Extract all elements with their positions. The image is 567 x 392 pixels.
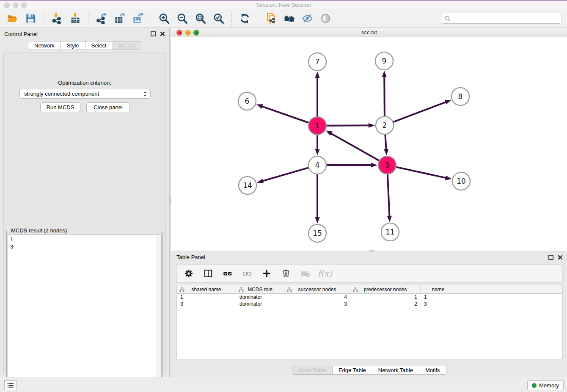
toolbar-separator	[88, 11, 88, 26]
graph-edge-1-6[interactable]	[256, 104, 309, 122]
graph-edge-2-3[interactable]	[384, 135, 388, 155]
table-cell[interactable]: 1	[350, 294, 421, 301]
home-button[interactable]	[282, 11, 296, 26]
graph-edge-4-3[interactable]	[327, 163, 377, 167]
graph-node-2[interactable]: 2	[376, 116, 394, 134]
graph-node-14[interactable]: 14	[239, 177, 256, 194]
column-header-predecessor-nodes[interactable]: predecessor nodes	[350, 285, 421, 294]
column-label: name	[432, 287, 444, 293]
save-session-button[interactable]	[24, 11, 38, 26]
edge-arrowhead	[257, 179, 264, 183]
tab-network-table[interactable]: Network Table	[372, 366, 419, 375]
graph-edge-4-15[interactable]	[315, 174, 319, 224]
graph-edge-1-2[interactable]	[327, 123, 375, 128]
edge-arrowhead	[382, 71, 387, 77]
zoom-in-button[interactable]	[157, 11, 171, 26]
column-header-successor-nodes[interactable]: successor nodes	[284, 285, 350, 294]
graph-node-11[interactable]: 11	[381, 223, 399, 241]
tab-node-table[interactable]: Node Table	[292, 366, 333, 375]
edge-arrowhead	[445, 175, 452, 180]
control-panel-close-button[interactable]	[160, 31, 165, 36]
criterion-select[interactable]: strongly connected component	[19, 89, 151, 99]
graph-node-6[interactable]: 6	[238, 92, 256, 110]
table-cell[interactable]: 1	[421, 294, 456, 301]
tab-motifs[interactable]: Motifs	[419, 366, 446, 375]
graph-edge-1-4[interactable]	[315, 135, 319, 155]
toolbar-separator	[151, 11, 151, 26]
graph-node-4[interactable]: 4	[308, 156, 326, 174]
graph-node-9[interactable]: 9	[375, 52, 393, 70]
table-cell[interactable]: dominator	[236, 294, 284, 301]
graph-node-label: 14	[243, 181, 252, 190]
duplicate-network-button[interactable]	[264, 11, 278, 26]
table-cell[interactable]: 4	[284, 294, 350, 301]
tab-edge-table[interactable]: Edge Table	[333, 366, 372, 375]
graph-node-label: 9	[382, 57, 387, 65]
graph-node-3[interactable]: 3	[378, 156, 396, 174]
control-panel-float-button[interactable]	[151, 31, 156, 36]
add-column-button[interactable]	[261, 268, 272, 279]
mcds-result-text[interactable]: 13	[8, 235, 162, 389]
graph-edge-3-11[interactable]	[387, 174, 392, 222]
graph-node-15[interactable]: 15	[308, 224, 326, 242]
table-cell[interactable]: 3	[177, 301, 236, 307]
graph-edge-1-7[interactable]	[315, 72, 319, 116]
export-table-button[interactable]	[113, 11, 127, 26]
run-mcds-button[interactable]: Run MCDS	[40, 102, 80, 112]
import-network-button[interactable]	[50, 11, 64, 26]
graph-node-10[interactable]: 10	[452, 172, 470, 190]
graph-edge-3-10[interactable]	[396, 167, 451, 180]
columns-button[interactable]	[203, 268, 213, 279]
control-panel-title: Control Panel	[4, 31, 38, 37]
graph-node-7[interactable]: 7	[308, 53, 326, 71]
result-scrollbar[interactable]	[156, 235, 161, 389]
graph-node-8[interactable]: 8	[451, 88, 469, 105]
delete-column-button[interactable]	[281, 268, 291, 279]
table-row[interactable]: 1dominator411	[177, 294, 562, 301]
tab-select[interactable]: Select	[85, 41, 113, 50]
table-toolbar: f(x)	[176, 264, 563, 283]
duplicate-network-icon	[265, 13, 277, 24]
add-column-icon	[262, 269, 271, 278]
column-header-shared-name[interactable]: shared name	[177, 285, 236, 294]
graph-edge-4-14[interactable]	[257, 168, 308, 183]
table-panel-close-button[interactable]	[558, 255, 563, 260]
deselect-all-button[interactable]	[242, 268, 252, 279]
column-header-name[interactable]: name	[421, 285, 456, 294]
graph-edge-2-8[interactable]	[394, 100, 451, 122]
select-all-icon	[223, 269, 232, 278]
table-cell[interactable]: 1	[177, 294, 236, 301]
edge-arrowhead	[315, 72, 319, 78]
task-history-button[interactable]	[4, 380, 17, 390]
zoom-out-button[interactable]	[175, 11, 189, 26]
import-table-button[interactable]	[68, 11, 82, 26]
column-header-MCDS-role[interactable]: MCDS role	[236, 285, 284, 294]
graph-edge-2-9[interactable]	[382, 71, 387, 116]
table-cell[interactable]: dominator	[236, 301, 284, 307]
refresh-button[interactable]	[238, 11, 252, 26]
tab-mcds[interactable]: MCDS	[113, 41, 141, 50]
gear-button[interactable]	[184, 268, 194, 279]
close-panel-button[interactable]: Close panel	[86, 102, 130, 112]
open-session-button[interactable]	[6, 11, 19, 26]
export-image-button[interactable]	[131, 11, 145, 26]
hide-selected-button[interactable]	[300, 11, 314, 26]
graph-node-label: 10	[457, 177, 466, 185]
table-panel-float-button[interactable]	[548, 255, 553, 260]
graph-node-1[interactable]: 1	[308, 117, 326, 135]
graph-edge-3-1[interactable]	[326, 130, 379, 160]
tab-style[interactable]: Style	[61, 41, 85, 50]
memory-button[interactable]: Memory	[527, 380, 564, 390]
zoom-fit-button[interactable]	[193, 11, 207, 26]
gear-icon	[184, 269, 193, 278]
select-all-button[interactable]	[223, 268, 233, 279]
table-row[interactable]: 3dominator323	[177, 301, 562, 307]
table-cell[interactable]: 2	[350, 301, 421, 307]
table-cell[interactable]: 3	[284, 301, 350, 307]
export-network-button[interactable]	[94, 11, 108, 26]
table-cell[interactable]: 3	[421, 301, 456, 307]
zoom-selected-button[interactable]	[212, 11, 226, 26]
search-input[interactable]	[453, 14, 560, 23]
network-canvas[interactable]: 7968124314101511	[171, 37, 567, 251]
tab-network[interactable]: Network	[28, 41, 61, 50]
